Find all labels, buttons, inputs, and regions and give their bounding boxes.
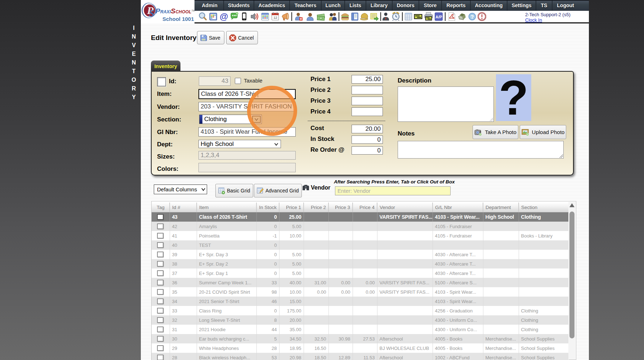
svg-text:@: @ — [220, 12, 228, 21]
svg-text:?: ? — [471, 14, 474, 20]
svg-text:S: S — [149, 8, 155, 19]
svg-text:12: 12 — [274, 16, 277, 19]
svg-text:A/P: A/P — [435, 15, 442, 19]
